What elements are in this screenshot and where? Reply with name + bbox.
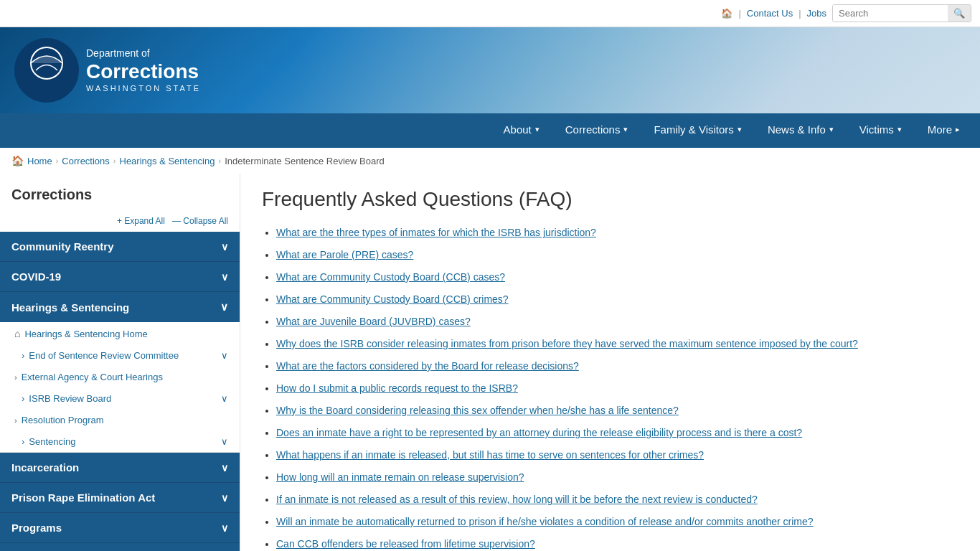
hearings-sentencing-menu: ⌂ Hearings & Sentencing Home › End of Se… <box>0 322 240 452</box>
faq-item: What are the three types of inmates for … <box>276 225 958 240</box>
dept-line2: Corrections <box>86 60 201 84</box>
main-layout: Corrections + Expand All — Collapse All … <box>0 174 980 551</box>
faq-item: What happens if an inmate is released, b… <box>276 448 958 463</box>
news-arrow: ▾ <box>829 125 834 134</box>
covid19-chevron: ∨ <box>221 271 228 283</box>
end-sentence-arrow-icon: › <box>22 350 24 361</box>
faq-link-9[interactable]: Does an inmate have a right to be repres… <box>276 427 802 438</box>
faq-link-3[interactable]: What are Community Custody Board (CCB) c… <box>276 293 509 305</box>
main-nav: About ▾ Corrections ▾ Family & Visitors … <box>0 113 980 148</box>
collapse-all-button[interactable]: — Collapse All <box>172 216 228 226</box>
more-arrow: ▸ <box>956 125 960 134</box>
sidebar: Corrections + Expand All — Collapse All … <box>0 174 240 551</box>
logo-text: Department of Corrections WASHINGTON STA… <box>86 47 201 93</box>
contact-us-link[interactable]: Contact Us <box>747 8 793 19</box>
faq-item: What are Juvenile Board (JUVBRD) cases? <box>276 314 958 329</box>
faq-link-0[interactable]: What are the three types of inmates for … <box>276 227 596 238</box>
corrections-arrow: ▾ <box>623 125 628 134</box>
faq-link-14[interactable]: Can CCB offenders be released from lifet… <box>276 538 535 550</box>
faq-item: What are the factors considered by the B… <box>276 359 958 374</box>
sentencing-expand-icon: ∨ <box>221 436 228 447</box>
menu-external-agency[interactable]: › External Agency & Court Hearings <box>0 366 240 388</box>
sidebar-section-covid19[interactable]: COVID-19 ∨ <box>0 262 240 292</box>
nav-victims[interactable]: Victims ▾ <box>847 113 915 148</box>
family-arrow: ▾ <box>738 125 742 134</box>
faq-link-7[interactable]: How do I submit a public records request… <box>276 382 518 394</box>
resolution-arrow-icon: › <box>14 416 17 425</box>
breadcrumb: 🏠 Home › Corrections › Hearings & Senten… <box>0 148 980 174</box>
end-sentence-expand-icon: ∨ <box>221 350 228 361</box>
breadcrumb-home-icon: 🏠 <box>11 155 24 166</box>
nav-family-visitors[interactable]: Family & Visitors ▾ <box>641 113 754 148</box>
sidebar-title: Corrections <box>0 181 240 213</box>
header-banner: Department of Corrections WASHINGTON STA… <box>0 27 980 113</box>
programs-chevron: ∨ <box>221 522 228 534</box>
breadcrumb-corrections[interactable]: Corrections <box>62 156 109 166</box>
faq-item: Will an inmate be automatically returned… <box>276 514 958 529</box>
sidebar-section-prea[interactable]: Prison Rape Elimination Act ∨ <box>0 483 240 513</box>
faq-item: Can CCB offenders be released from lifet… <box>276 537 958 551</box>
nav-about[interactable]: About ▾ <box>491 113 552 148</box>
nav-news-info[interactable]: News & Info ▾ <box>755 113 847 148</box>
hearings-sentencing-header[interactable]: Hearings & Sentencing ∨ <box>0 292 240 322</box>
sidebar-section-community-reentry[interactable]: Community Reentry ∨ <box>0 232 240 262</box>
breadcrumb-current: Indeterminate Sentence Review Board <box>225 156 385 166</box>
logo-svg <box>22 45 72 95</box>
faq-item: If an inmate is not released as a result… <box>276 492 958 507</box>
sidebar-controls: + Expand All — Collapse All <box>0 213 240 229</box>
faq-item: Why is the Board considering releasing t… <box>276 403 958 418</box>
page-title: Frequently Asked Questions (FAQ) <box>262 188 958 211</box>
dept-line3: WASHINGTON STATE <box>86 84 201 93</box>
faq-link-13[interactable]: Will an inmate be automatically returned… <box>276 516 814 527</box>
sidebar-section-services[interactable]: Services ∨ <box>0 543 240 551</box>
faq-item: What are Parole (PRE) cases? <box>276 248 958 263</box>
menu-hearings-home[interactable]: ⌂ Hearings & Sentencing Home <box>0 322 240 345</box>
hearings-home-icon: ⌂ <box>14 328 20 339</box>
faq-item: What are Community Custody Board (CCB) c… <box>276 270 958 285</box>
sentencing-arrow-icon: › <box>22 436 24 447</box>
search-button[interactable]: 🔍 <box>948 5 971 22</box>
breadcrumb-home[interactable]: Home <box>27 156 52 166</box>
faq-link-6[interactable]: What are the factors considered by the B… <box>276 360 579 372</box>
faq-link-5[interactable]: Why does the ISRB consider releasing inm… <box>276 338 858 349</box>
search-box: 🔍 <box>832 4 971 22</box>
faq-item: How do I submit a public records request… <box>276 381 958 396</box>
breadcrumb-hearings-sentencing[interactable]: Hearings & Sentencing <box>120 156 215 166</box>
search-input[interactable] <box>833 5 948 22</box>
faq-item: How long will an inmate remain on releas… <box>276 470 958 485</box>
faq-link-2[interactable]: What are Community Custody Board (CCB) c… <box>276 271 505 283</box>
sidebar-section-programs[interactable]: Programs ∨ <box>0 513 240 543</box>
community-reentry-chevron: ∨ <box>221 241 228 253</box>
header-logo: Department of Corrections WASHINGTON STA… <box>0 38 201 103</box>
faq-link-1[interactable]: What are Parole (PRE) cases? <box>276 249 413 260</box>
menu-end-of-sentence[interactable]: › End of Sentence Review Committee ∨ <box>0 345 240 366</box>
faq-link-10[interactable]: What happens if an inmate is released, b… <box>276 449 704 461</box>
sidebar-section-incarceration[interactable]: Incarceration ∨ <box>0 453 240 483</box>
external-arrow-icon: › <box>14 373 17 382</box>
expand-all-button[interactable]: + Expand All <box>117 216 165 226</box>
faq-link-4[interactable]: What are Juvenile Board (JUVBRD) cases? <box>276 316 471 327</box>
prea-chevron: ∨ <box>221 492 228 504</box>
nav-more[interactable]: More ▸ <box>915 113 973 148</box>
isrb-arrow-icon: › <box>22 393 24 404</box>
faq-list: What are the three types of inmates for … <box>262 225 958 551</box>
menu-sentencing[interactable]: › Sentencing ∨ <box>0 431 240 452</box>
dept-line1: Department of <box>86 47 201 60</box>
faq-item: What are Community Custody Board (CCB) c… <box>276 292 958 307</box>
menu-isrb-review-board[interactable]: › ISRB Review Board ∨ <box>0 388 240 409</box>
nav-corrections[interactable]: Corrections ▾ <box>552 113 641 148</box>
top-utility-bar: 🏠 | Contact Us | Jobs 🔍 <box>0 0 980 27</box>
sidebar-section-hearings-sentencing: Hearings & Sentencing ∨ ⌂ Hearings & Sen… <box>0 292 240 453</box>
home-icon[interactable]: 🏠 <box>721 8 732 19</box>
victims-arrow: ▾ <box>897 125 902 134</box>
hearings-chevron: ∨ <box>220 301 228 314</box>
faq-link-8[interactable]: Why is the Board considering releasing t… <box>276 405 679 416</box>
logo-circle <box>14 38 79 103</box>
jobs-link[interactable]: Jobs <box>807 8 826 19</box>
faq-link-12[interactable]: If an inmate is not released as a result… <box>276 494 758 505</box>
content-area: Frequently Asked Questions (FAQ) What ar… <box>240 174 980 551</box>
menu-resolution-program[interactable]: › Resolution Program <box>0 409 240 431</box>
faq-item: Does an inmate have a right to be repres… <box>276 425 958 441</box>
faq-item: Why does the ISRB consider releasing inm… <box>276 336 958 352</box>
faq-link-11[interactable]: How long will an inmate remain on releas… <box>276 471 524 483</box>
